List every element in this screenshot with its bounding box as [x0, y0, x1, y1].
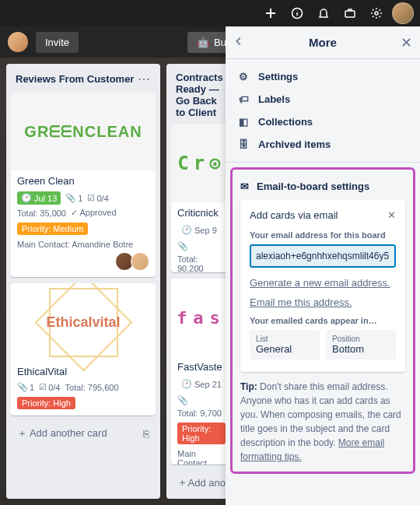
- collection-icon: ◧: [236, 116, 250, 128]
- gear-icon: ⚙: [236, 71, 250, 82]
- checklist-badge: ☑ 0/4: [39, 382, 60, 392]
- contact-field: Main Contact: Amandine Botre: [17, 240, 133, 249]
- tip-text: Tip: Don't share this email address. Any…: [240, 380, 405, 472]
- menu-settings[interactable]: ⚙Settings: [233, 65, 412, 88]
- total-field: Total: 9,700: [177, 409, 222, 418]
- top-toolbar: [0, 0, 420, 26]
- email-settings-card: Add cards via email ✕ Your email address…: [240, 200, 405, 372]
- user-avatar[interactable]: [392, 2, 414, 24]
- card-criticnick[interactable]: Cr⊙ Criticnick 🕑 Sep 9 📎 Total: 90,200: [171, 124, 232, 272]
- attachment-badge: 📎 1: [17, 382, 34, 392]
- attachment-badge: 📎 1: [65, 193, 82, 203]
- email-address-label: Your email address for this board: [250, 230, 396, 240]
- gear-icon[interactable]: [366, 2, 387, 24]
- due-date-badge: 🕑 Jul 13: [17, 191, 61, 205]
- list-title[interactable]: Reviews From Customer: [16, 73, 134, 85]
- card-title: Criticnick: [177, 207, 226, 219]
- back-icon[interactable]: [233, 36, 244, 47]
- email-to-board-heading[interactable]: ✉Email-to-board settings: [240, 177, 405, 200]
- card-cover: GRᗴᗴNCLEAN: [11, 93, 156, 170]
- card-fastvaste[interactable]: fas FastVaste 🕑 Sep 21 📎 Total: 9,700 Pr…: [171, 279, 232, 465]
- generate-email-link[interactable]: Generate a new email address.: [250, 277, 396, 289]
- list-selector[interactable]: List General: [250, 330, 320, 359]
- appear-in-label: Your emailed cards appear in…: [250, 316, 396, 325]
- add-card-button[interactable]: ＋ Add another card ⎘: [11, 422, 156, 445]
- priority-badge: Priority: Medium: [17, 223, 88, 235]
- card-cover: fas: [171, 279, 232, 356]
- total-field: Total: 90,200: [177, 254, 226, 272]
- template-icon[interactable]: ⎘: [143, 428, 149, 440]
- card-ethicalvital[interactable]: Ethicalvital EthicalVital 📎 1 ☑ 0/4 Tota…: [11, 283, 156, 416]
- invite-button[interactable]: Invite: [36, 32, 79, 53]
- archive-icon: 🗄: [236, 139, 250, 150]
- card-cover: Ethicalvital: [11, 283, 156, 361]
- briefcase-icon[interactable]: [339, 2, 361, 24]
- menu-archived[interactable]: 🗄Archived items: [233, 133, 412, 156]
- position-selector[interactable]: Position Bottom: [326, 330, 396, 359]
- tag-icon: 🏷: [236, 93, 250, 105]
- list-reviews: Reviews From Customer ⋯ GRᗴᗴNCLEAN Green…: [6, 64, 160, 499]
- close-icon[interactable]: ✕: [387, 209, 396, 221]
- list-menu-icon[interactable]: ⋯: [138, 72, 151, 86]
- attachment-badge: 📎: [177, 395, 188, 405]
- close-icon[interactable]: ✕: [401, 34, 412, 51]
- due-date-badge: 🕑 Sep 21: [177, 377, 226, 391]
- card-title: Green Clean: [17, 175, 149, 187]
- list-title[interactable]: Contracts Ready — Go Back to Client: [176, 72, 227, 118]
- email-to-board-highlight: ✉Email-to-board settings Add cards via e…: [230, 167, 415, 474]
- board-member-avatar[interactable]: [8, 32, 28, 52]
- checklist-badge: ☑ 0/4: [87, 193, 108, 203]
- info-icon[interactable]: [286, 2, 308, 24]
- card-green-clean[interactable]: GRᗴᗴNCLEAN Green Clean 🕑 Jul 13 📎 1 ☑ 0/…: [11, 93, 156, 277]
- menu-collections[interactable]: ◧Collections: [233, 110, 412, 133]
- board-email-input[interactable]: [250, 244, 396, 268]
- email-card-title: Add cards via email: [250, 209, 338, 221]
- add-card-button[interactable]: ＋ Add ano: [171, 471, 232, 494]
- panel-title: More: [309, 36, 337, 49]
- approved-field: ✓ Approved: [71, 208, 117, 218]
- total-field: Total: 35,000: [17, 209, 66, 218]
- mail-icon: ✉: [240, 181, 249, 192]
- bell-icon[interactable]: [313, 2, 334, 24]
- card-cover: Cr⊙: [171, 124, 232, 202]
- total-field: Total: 795,600: [65, 383, 118, 392]
- more-menu-panel: More ✕ ⚙Settings 🏷Labels ◧Collections 🗄A…: [226, 26, 420, 505]
- svg-point-2: [375, 12, 378, 15]
- attachment-badge: 📎: [177, 241, 188, 251]
- priority-badge: Priority: High: [17, 397, 75, 409]
- plus-icon[interactable]: [260, 2, 282, 24]
- priority-badge: Priority: High: [177, 423, 226, 444]
- card-title: FastVaste: [177, 361, 226, 373]
- due-date-badge: 🕑 Sep 9: [177, 223, 221, 237]
- menu-labels[interactable]: 🏷Labels: [233, 88, 412, 110]
- svg-rect-1: [345, 11, 355, 17]
- member-avatar[interactable]: [131, 252, 149, 271]
- email-me-link[interactable]: Email me this address.: [250, 296, 396, 308]
- contact-field: Main Contact: [177, 449, 226, 465]
